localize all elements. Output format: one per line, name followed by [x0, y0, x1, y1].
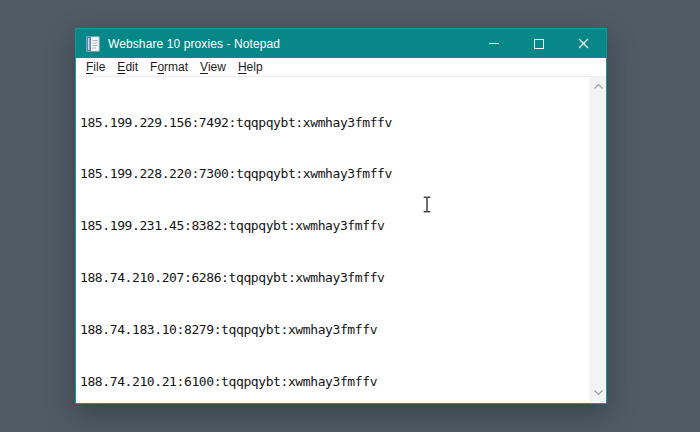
- menu-view[interactable]: View: [194, 59, 232, 76]
- chevron-down-icon: [594, 390, 603, 395]
- maximize-button[interactable]: [516, 29, 561, 58]
- text-line: 188.74.210.21:6100:tqqpqybt:xwmhay3fmffv: [80, 373, 586, 390]
- text-line: 185.199.231.45:8382:tqqpqybt:xwmhay3fmff…: [80, 217, 586, 234]
- text-line: 185.199.228.220:7300:tqqpqybt:xwmhay3fmf…: [80, 165, 586, 182]
- titlebar[interactable]: Webshare 10 proxies - Notepad: [76, 29, 606, 58]
- minimize-icon: [489, 43, 499, 44]
- close-button[interactable]: [561, 29, 606, 58]
- window-title: Webshare 10 proxies - Notepad: [108, 37, 280, 51]
- scroll-down-button[interactable]: [590, 384, 606, 401]
- close-icon: [578, 38, 589, 49]
- text-line: 188.74.210.207:6286:tqqpqybt:xwmhay3fmff…: [80, 269, 586, 286]
- menu-edit[interactable]: Edit: [111, 59, 144, 76]
- text-line: 185.199.229.156:7492:tqqpqybt:xwmhay3fmf…: [80, 114, 586, 131]
- ibeam-cursor: [422, 196, 432, 213]
- vertical-scrollbar[interactable]: [589, 77, 606, 402]
- chevron-up-icon: [594, 84, 603, 89]
- minimize-button[interactable]: [471, 29, 516, 58]
- menu-help[interactable]: Help: [232, 59, 269, 76]
- menu-bar: File Edit Format View Help: [76, 58, 606, 77]
- text-line: 188.74.183.10:8279:tqqpqybt:xwmhay3fmffv: [80, 321, 586, 338]
- scroll-up-button[interactable]: [590, 78, 606, 95]
- notepad-icon: [85, 36, 101, 52]
- text-content: 185.199.229.156:7492:tqqpqybt:xwmhay3fmf…: [76, 77, 606, 402]
- maximize-icon: [534, 39, 544, 49]
- menu-file[interactable]: File: [80, 59, 111, 76]
- menu-format[interactable]: Format: [144, 59, 194, 76]
- notepad-window: Webshare 10 proxies - Notepad File Edit …: [75, 28, 607, 404]
- window-controls: [471, 29, 606, 58]
- text-editor[interactable]: 185.199.229.156:7492:tqqpqybt:xwmhay3fmf…: [76, 77, 606, 402]
